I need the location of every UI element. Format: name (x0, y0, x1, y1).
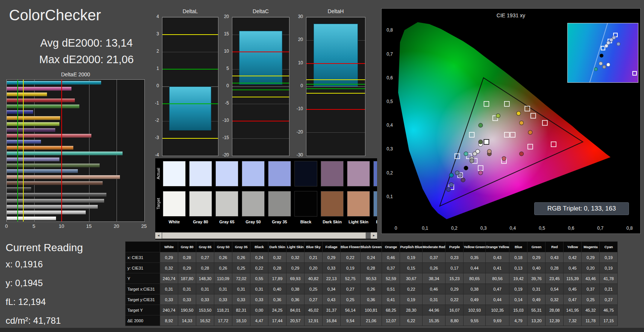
table-cell-target-y-dark-skin: 24,25 (268, 305, 286, 315)
ref-line (162, 103, 218, 104)
table-cell-x-cie31-purple: 0,23 (445, 252, 464, 263)
table-cell-y-cie31-gray-65: 0,28 (196, 263, 214, 273)
table-cell-target-y-foliage: 31,37 (323, 305, 341, 315)
axis-tick-label: 1 (156, 66, 159, 71)
table-cell-target-y-cie31-moderate-red: 0,31 (423, 294, 445, 305)
axis-tick-label: 20 (112, 223, 121, 229)
table-cell-y-yellow-green: 80,65 (464, 273, 485, 284)
table-cell-target-x-cie31-blue-sky: 0,25 (305, 284, 323, 294)
table-cell-target-x-cie31-bluish-green: 0,26 (360, 284, 382, 294)
column-header-blue: Blue (509, 242, 527, 252)
axis-tick-label: 20 (298, 37, 303, 42)
scroll-thumb[interactable] (162, 232, 366, 239)
de-metrics: Avg dE2000: 13,14 Max dE2000: 21,06 (15, 35, 158, 68)
table-cell--e-2000-gray-35: 18,10 (232, 315, 250, 326)
measured-marker-red (520, 152, 524, 156)
table-cell-x-cie31-gray-50: 0,26 (214, 252, 232, 263)
row-header-y-cie31: y: CIE31 (126, 263, 160, 273)
deltae-bar-moderate-red (7, 134, 91, 138)
table-cell-x-cie31-magenta: 0,29 (582, 252, 600, 263)
table-cell--e-2000-purple: 8,80 (445, 315, 464, 326)
target-swatch-light-skin (347, 191, 370, 217)
table-cell-target-y-cie31-orange: 0,41 (382, 294, 400, 305)
table-cell--e-2000-white: 8,92 (160, 315, 178, 326)
measured-marker-moderate-red (502, 156, 506, 161)
column-header-orange-yellow: Orange Yellow (485, 242, 509, 252)
table-cell-x-cie31-gray-35: 0,26 (232, 252, 250, 263)
delta-bar (239, 31, 282, 85)
table-cell-target-y-cie31-red: 0,32 (546, 294, 564, 305)
inset-measured-marker (617, 42, 620, 46)
table-cell-target-x-cie31-purplish-blue: 0,22 (400, 284, 423, 294)
ref-line (306, 109, 365, 110)
table-cell-y-cie31-red: 0,28 (546, 263, 564, 273)
table-cell-target-y-cie31-bluish-green: 0,36 (360, 294, 382, 305)
measured-marker-light-skin (487, 149, 491, 153)
target-swatch-gray-50 (242, 191, 265, 217)
table-cell-x-cie31-yellow-green: 0,35 (464, 252, 485, 263)
app: ColorChecker Avg dE2000: 13,14 Max dE200… (0, 0, 644, 332)
axis-tick-label: 30 (298, 14, 303, 19)
actual-swatch-black (294, 161, 317, 186)
table-cell-x-cie31-blue: 0,18 (509, 252, 527, 263)
table-cell-y-cie31-light-skin: 0,29 (286, 263, 305, 273)
deltae-bar-purple (7, 128, 55, 132)
table-cell-target-x-cie31-black: 0,31 (250, 284, 268, 294)
row-header--e-2000: ΔE 2000 (126, 315, 160, 326)
table-cell-target-y-cie31-cyan: 0,27 (600, 294, 618, 305)
table-cell--e-2000-red: 12,39 (546, 315, 564, 326)
table-cell-target-x-cie31-orange: 0,51 (382, 284, 400, 294)
table-cell-target-y-green: 55,31 (527, 305, 546, 315)
cie-yaxis: 0,80,70,60,50,40,30,20,1 (382, 9, 394, 234)
axis-tick-label: 0,1 (382, 194, 393, 199)
table-cell-target-y-light-skin: 84,01 (286, 305, 305, 315)
reading-x: x: 0,1916 (6, 259, 83, 270)
table-cell-target-y-bluish-green: 100,81 (360, 305, 382, 315)
column-header-orange: Orange (382, 242, 400, 252)
table-cell--e-2000-green: 13,20 (527, 315, 546, 326)
measured-marker-blue-flower (458, 173, 462, 177)
column-header-magenta: Magenta (582, 242, 600, 252)
axis-tick-label: 0,8 (624, 226, 635, 231)
table-cell--e-2000-cyan: 17,15 (600, 315, 618, 326)
table-row-target-y: Target Y240,74190,50153,50118,2182,310,0… (126, 305, 618, 315)
table-cell-target-y-gray-65: 153,50 (196, 305, 214, 315)
table-cell-target-x-cie31-blue: 0,19 (509, 284, 527, 294)
ref-line (232, 121, 289, 121)
ref-line (232, 76, 289, 76)
table-row--e-2000: ΔE 20008,9214,3316,5217,7218,104,4717,44… (126, 315, 618, 326)
deltae-plot (6, 79, 145, 222)
axis-tick-label: 0 (156, 83, 159, 88)
table-cell-y-cie31-foliage: 0,33 (323, 263, 341, 273)
measured-marker-orange (528, 130, 532, 135)
table-cell-target-x-cie31-light-skin: 0,38 (286, 284, 305, 294)
table-cell-y-red: 23,45 (546, 273, 564, 284)
measured-marker-cyan (449, 173, 453, 177)
axis-tick-label: 0 (226, 83, 229, 88)
current-reading-title: Current Reading (6, 242, 83, 254)
swatch-label-light-skin: Light Skin (345, 220, 371, 224)
reading-fl: fL: 12,194 (6, 297, 83, 307)
swatch-scrollbar[interactable]: ◄ ► (155, 232, 377, 239)
table-cell--e-2000-moderate-red: 15,35 (423, 315, 445, 326)
table-cell-x-cie31-red: 0,43 (546, 252, 564, 263)
deltae-bar-dark-skin (7, 181, 103, 185)
table-cell-x-cie31-gray-65: 0,27 (196, 252, 214, 263)
deltae-bar-black (7, 187, 31, 191)
deltae-bar-yellow (7, 92, 47, 96)
table-cell-y-dark-skin: 17,89 (268, 273, 286, 284)
scroll-left-button[interactable]: ◄ (155, 232, 162, 239)
actual-swatch-blue-sky (373, 161, 377, 186)
ref-line (306, 79, 365, 80)
target-marker-white-point (484, 139, 489, 144)
table-cell-target-y-cie31-black: 0,33 (250, 294, 268, 305)
table-cell-y-cie31-magenta: 0,20 (582, 263, 600, 273)
table-cell-target-y-orange: 68,25 (382, 305, 400, 315)
reading-y: y: 0,1945 (6, 278, 83, 288)
ref-line (306, 84, 365, 85)
scroll-right-button[interactable]: ► (371, 232, 377, 239)
grid-line (306, 132, 365, 133)
table-cell-y-cie31-gray-50: 0,26 (214, 263, 232, 273)
table-cell-target-y-cie31-purplish-blue: 0,19 (400, 294, 423, 305)
table-cell--e-2000-yellow-green: 9,55 (464, 315, 485, 326)
